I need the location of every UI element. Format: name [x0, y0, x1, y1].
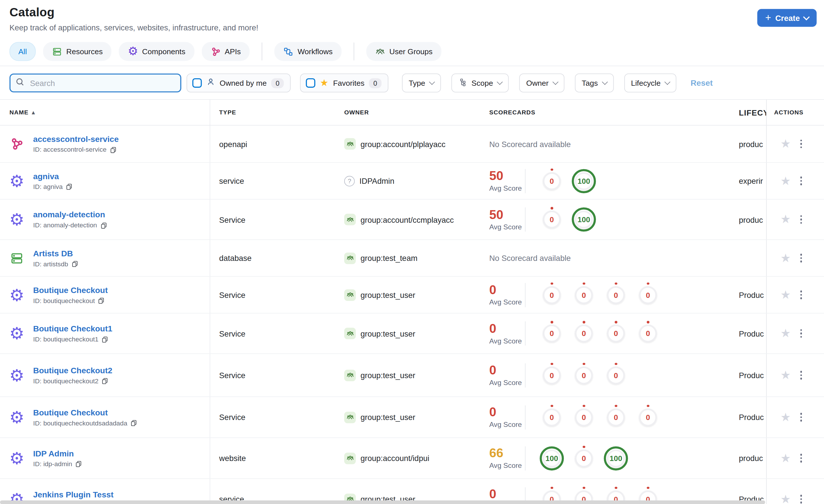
scorecard-badge: 0 — [543, 172, 560, 190]
entity-name-link[interactable]: IDP Admin — [33, 449, 82, 458]
favorite-star-icon[interactable]: ★ — [781, 370, 791, 381]
copy-icon[interactable] — [72, 260, 78, 267]
table-row: ⚙ IDP Admin ID: idp-admin website group:… — [0, 438, 824, 479]
entity-name-link[interactable]: Boutique Checkout1 — [33, 324, 112, 334]
tab-separator — [262, 42, 263, 60]
entity-id: ID: agniva — [33, 183, 73, 191]
entity-name-link[interactable]: Boutique Checkout2 — [33, 366, 112, 375]
entity-name-link[interactable]: Artists DB — [33, 249, 78, 258]
favorite-star-icon[interactable]: ★ — [781, 493, 791, 504]
avg-score-block: 66 Avg Score — [489, 447, 524, 470]
tab-components[interactable]: ⚙Components — [119, 42, 194, 61]
row-menu-button[interactable] — [798, 288, 804, 301]
gear-icon: ⚙ — [9, 211, 24, 228]
tab-user-groups[interactable]: User Groups — [366, 42, 441, 61]
copy-icon[interactable] — [98, 297, 105, 304]
entity-name-link[interactable]: Boutique Checkout — [33, 285, 108, 295]
lifecycle-cell: produc — [739, 454, 766, 463]
catalog-tabs: AllResources⚙ComponentsAPIsWorkflowsUser… — [0, 31, 824, 66]
reset-button[interactable]: Reset — [691, 78, 713, 88]
owner-cell: group:test_team — [334, 252, 484, 264]
favorites-checkbox[interactable] — [306, 78, 315, 88]
owned-by-me-filter[interactable]: Owned by me 0 — [187, 74, 290, 92]
copy-icon[interactable] — [76, 461, 82, 467]
copy-icon[interactable] — [102, 336, 108, 343]
search-box — [9, 74, 181, 92]
owner-cell: group:test_user — [334, 289, 484, 300]
scorecard-badge-slot: 0 — [540, 408, 564, 426]
chevron-down-icon — [602, 79, 608, 85]
row-menu-button[interactable] — [798, 369, 804, 382]
create-button[interactable]: + Create — [757, 9, 817, 27]
chevron-down-icon — [552, 79, 558, 85]
favorites-label: Favorites — [333, 79, 365, 87]
lifecycle-cell: experir — [739, 176, 766, 185]
row-menu-button[interactable] — [798, 174, 804, 187]
column-header-name[interactable]: NAME ▲ — [0, 100, 210, 125]
row-menu-button[interactable] — [798, 327, 804, 340]
tab-label: All — [18, 47, 27, 55]
favorite-star-icon[interactable]: ★ — [781, 252, 791, 264]
gear-icon: ⚙ — [9, 450, 24, 467]
entity-id: ID: accesscontrol-service — [33, 146, 118, 153]
horizontal-scrollbar[interactable] — [0, 501, 765, 504]
scorecard-badge: 0 — [639, 286, 657, 303]
column-header-type: TYPE — [210, 109, 334, 116]
actions-cell: ★ — [766, 354, 824, 396]
scorecard-badge-slot: 0 — [604, 408, 628, 426]
row-menu-button[interactable] — [798, 411, 804, 424]
row-menu-button[interactable] — [798, 452, 804, 465]
avg-score-block: 0 Avg Score — [489, 283, 524, 306]
favorites-filter[interactable]: ★ Favorites 0 — [300, 74, 388, 92]
favorite-star-icon[interactable]: ★ — [781, 214, 791, 225]
row-menu-button[interactable] — [798, 493, 804, 504]
copy-icon[interactable] — [130, 419, 137, 426]
tab-all[interactable]: All — [9, 42, 36, 61]
avg-score-value: 0 — [489, 406, 524, 418]
plus-icon: + — [765, 12, 771, 22]
owned-by-me-checkbox[interactable] — [192, 78, 202, 88]
owner-dropdown[interactable]: Owner — [519, 74, 564, 92]
scorecards-cell: 0 Avg Score 0000 — [484, 283, 739, 307]
copy-icon[interactable] — [110, 146, 116, 153]
entity-name-link[interactable]: anomaly-detection — [33, 210, 107, 220]
tab-resources[interactable]: Resources — [43, 42, 112, 61]
column-header-lifecycle: LIFECYC — [739, 108, 766, 117]
favorite-star-icon[interactable]: ★ — [781, 138, 791, 150]
favorite-star-icon[interactable]: ★ — [781, 328, 791, 339]
entity-name-link[interactable]: agniva — [33, 171, 73, 181]
entity-name-link[interactable]: Jenkins Plugin Tesst — [33, 490, 113, 499]
tab-apis[interactable]: APIs — [202, 42, 250, 61]
lifecycle-dropdown[interactable]: Lifecycle — [624, 74, 676, 92]
type-cell: Service — [210, 215, 334, 224]
tab-workflows[interactable]: Workflows — [275, 42, 342, 61]
type-dropdown[interactable]: Type — [402, 74, 441, 92]
favorite-star-icon[interactable]: ★ — [781, 289, 791, 300]
owner-label: group:account/plplayacc — [360, 139, 445, 148]
chevron-down-icon — [664, 79, 671, 85]
favorite-star-icon[interactable]: ★ — [781, 411, 791, 423]
scorecard-badge-slot: 100 — [540, 446, 564, 470]
group-icon — [344, 328, 356, 339]
scorecards-cell: No Scorecard available — [484, 139, 739, 148]
scope-dropdown[interactable]: Scope — [451, 74, 509, 92]
avg-score-label: Avg Score — [489, 379, 524, 386]
row-menu-button[interactable] — [798, 213, 804, 226]
favorite-star-icon[interactable]: ★ — [781, 175, 791, 186]
type-cell: openapi — [210, 139, 334, 148]
scorecard-badge: 0 — [575, 325, 593, 342]
row-menu-button[interactable] — [798, 252, 804, 265]
dropdown-label: Type — [409, 79, 425, 87]
entity-id: ID: artistsdb — [33, 260, 78, 268]
copy-icon[interactable] — [66, 183, 73, 190]
search-input[interactable] — [29, 78, 175, 88]
dropdown-label: Lifecycle — [631, 79, 660, 87]
entity-name-link[interactable]: Boutique Checkout — [33, 408, 137, 417]
row-menu-button[interactable] — [798, 137, 804, 150]
scorecard-badge-slot: 0 — [572, 408, 596, 426]
favorite-star-icon[interactable]: ★ — [781, 453, 791, 464]
copy-icon[interactable] — [100, 222, 107, 229]
entity-name-link[interactable]: accesscontrol-service — [33, 134, 118, 144]
copy-icon[interactable] — [102, 378, 108, 384]
tags-dropdown[interactable]: Tags — [575, 74, 614, 92]
